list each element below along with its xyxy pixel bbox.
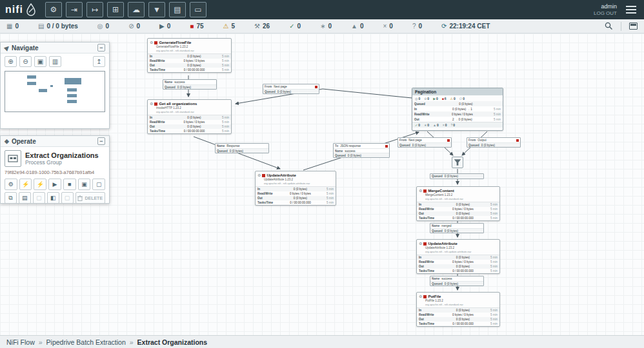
stat-value: 0 bbox=[418, 23, 422, 30]
collapse-navigate-button[interactable]: − bbox=[97, 44, 105, 52]
flow-canvas[interactable]: ⚙GenerateFlowFile GenerateFlowFile 1.23.… bbox=[0, 34, 644, 335]
paste-button[interactable]: ▤ bbox=[19, 192, 31, 204]
connection-label-from-next-page-2[interactable]: FromNext page Queued0 (0 bytes) bbox=[397, 137, 452, 148]
collapse-operate-button[interactable]: − bbox=[97, 137, 105, 145]
connection-key: Name bbox=[217, 144, 225, 148]
input-port-component-icon[interactable]: ⇥ bbox=[66, 2, 83, 17]
enable-button[interactable]: ⚡ bbox=[19, 179, 32, 190]
connection-label-to-json-response[interactable]: ToJSON response Namesuccess Queued0 (0 b… bbox=[333, 143, 390, 158]
brand-text: nifi bbox=[5, 4, 23, 15]
connection-value: 0 (0 bytes) bbox=[412, 144, 426, 147]
locally-modified-icon: ∗ bbox=[320, 23, 325, 30]
configure-button[interactable]: ⚙ bbox=[5, 179, 17, 190]
stat-label: Read/Write bbox=[150, 121, 166, 124]
breadcrumb-pipedrive-batch-extraction[interactable]: Pipedrive Batch Extraction bbox=[46, 338, 126, 346]
funnel[interactable] bbox=[452, 157, 463, 168]
connection-key: From bbox=[265, 85, 272, 88]
remote-transmitting-icon: ◎ bbox=[97, 23, 103, 30]
refresh-control[interactable]: ⟳22:19:24 CET bbox=[441, 23, 490, 30]
stat-label: In bbox=[419, 203, 436, 206]
zoom-actual-size-button[interactable]: ▥ bbox=[49, 56, 61, 67]
breadcrumb-extract-organizations[interactable]: Extract Organizations bbox=[137, 338, 208, 346]
logout-link[interactable]: LOG OUT bbox=[594, 10, 617, 17]
stat-label: In bbox=[419, 309, 436, 312]
process-group-glyph bbox=[8, 153, 18, 164]
process-group-counts: ◎0 ⊘0 ▶0 ■6 ⚠0 ∅0 bbox=[412, 95, 503, 101]
template-component-icon[interactable]: ▤ bbox=[169, 2, 186, 17]
connection-label-from-output[interactable]: FromOutput Queued0 (0 bytes) bbox=[467, 137, 521, 148]
group-button[interactable]: ▣ bbox=[78, 179, 91, 190]
delete-button[interactable]: DELETE bbox=[75, 192, 105, 204]
zoom-out-button[interactable]: ⊖ bbox=[19, 56, 32, 67]
delete-button-label: DELETE bbox=[85, 196, 103, 200]
stop-button[interactable]: ■ bbox=[63, 179, 76, 190]
processor-type-icon: ⚙ bbox=[419, 242, 422, 246]
change-version-button[interactable]: ▢ bbox=[61, 192, 74, 204]
processor-updateattribute-1[interactable]: ⚙UpdateAttribute UpdateAttribute 1.23.2 … bbox=[255, 171, 336, 206]
stat-value: 0 bytes / 0 bytes bbox=[166, 121, 222, 124]
processor-stats: In0 (0 bytes)5 min Read/Write0 bytes / 0… bbox=[148, 53, 231, 72]
disabled-icon: ⚒ bbox=[254, 23, 260, 30]
start-button[interactable]: ▶ bbox=[48, 179, 61, 190]
birdseye-collapse-button[interactable]: ↥ bbox=[93, 56, 105, 67]
connection-label-response[interactable]: NameResponse Queued0 (0 bytes) bbox=[215, 143, 269, 153]
stat-label: Tasks/Time bbox=[150, 68, 166, 72]
processor-component-icon[interactable]: ⚙ bbox=[45, 2, 62, 17]
output-port-component-icon[interactable]: ↦ bbox=[86, 2, 103, 17]
connection-key: Queued bbox=[432, 282, 443, 285]
copy-button[interactable]: ⧉ bbox=[5, 192, 17, 204]
count-value: 0 bbox=[418, 123, 420, 127]
count-value: 0 bbox=[454, 97, 456, 101]
stat-label: Read/Write bbox=[419, 260, 436, 264]
process-group-icon bbox=[5, 150, 21, 167]
last-refresh-time: 22:19:24 CET bbox=[449, 23, 490, 30]
operate-panel-title: Operate bbox=[12, 138, 36, 145]
zoom-in-button[interactable]: ⊕ bbox=[5, 56, 17, 67]
connection-value: 0 (0 bytes) bbox=[445, 282, 458, 285]
stopped-icon bbox=[423, 189, 427, 193]
stat-value: 0 bytes / 0 bytes bbox=[431, 113, 494, 116]
stat-window: 5 min bbox=[490, 265, 498, 268]
running-icon: ▶ bbox=[159, 23, 165, 30]
transmitting-count: ◎0 bbox=[415, 97, 420, 101]
stat-window: 5 min bbox=[222, 130, 229, 133]
connection-label-queued[interactable]: Queued0 (0 bytes) bbox=[430, 173, 484, 179]
stat-window: 5 min bbox=[490, 256, 498, 259]
processor-mergecontent[interactable]: ⚙MergeContent MergeContent 1.23.2 org.ap… bbox=[416, 186, 500, 221]
processor-get-all-organizations[interactable]: ⚙Get all organizations InvokeHTTP 1.23.2… bbox=[147, 99, 232, 134]
sync-failure-count: ?0 bbox=[450, 123, 455, 127]
remote-process-group-component-icon[interactable]: ☁ bbox=[128, 2, 145, 17]
label-component-icon[interactable]: ▭ bbox=[190, 2, 206, 17]
processor-putfile[interactable]: ⚙PutFile PutFile 1.23.2 org.apache.nifi … bbox=[416, 292, 500, 327]
connection-label-merged[interactable]: Namemerged Queued0 (0 bytes) bbox=[430, 223, 484, 233]
move-to-front-button[interactable]: ▢ bbox=[33, 192, 45, 204]
birdseye-map[interactable] bbox=[5, 71, 105, 112]
funnel-component-icon[interactable]: ▼ bbox=[148, 2, 165, 17]
breadcrumb-nifi-flow[interactable]: NiFi Flow bbox=[6, 338, 35, 346]
stat-value: 0 (0 bytes) bbox=[274, 188, 327, 191]
global-menu-icon[interactable] bbox=[623, 3, 639, 16]
refresh-icon[interactable]: ⟳ bbox=[441, 23, 447, 30]
stopped-icon bbox=[154, 41, 157, 44]
navigate-toolbar: ⊕ ⊖ ▣ ▥ ↥ bbox=[1, 53, 109, 70]
process-group-pagination[interactable]: Pagination ◎0 ⊘0 ▶0 ■6 ⚠0 ∅0 Queued0 (0 … bbox=[412, 88, 503, 131]
disabled-icon: ∅ bbox=[459, 97, 462, 101]
search-icon[interactable] bbox=[605, 22, 613, 30]
count-value: 0 bbox=[463, 97, 465, 101]
fill-color-button[interactable]: ◧ bbox=[47, 192, 59, 204]
processor-updateattribute-2[interactable]: ⚙UpdateAttribute UpdateAttribute 1.23.2 … bbox=[416, 239, 500, 274]
processor-name: MergeContent bbox=[428, 189, 454, 193]
zoom-fit-button[interactable]: ▣ bbox=[34, 56, 46, 67]
connection-label-success-1[interactable]: Namesuccess Queued0 (0 bytes) bbox=[163, 79, 217, 90]
process-group-component-icon[interactable]: ⊞ bbox=[107, 2, 124, 17]
panel-toggle-icon[interactable] bbox=[629, 23, 638, 30]
processor-generateflowfile[interactable]: ⚙GenerateFlowFile GenerateFlowFile 1.23.… bbox=[147, 38, 232, 73]
disable-button[interactable]: ⚡ bbox=[34, 179, 46, 190]
connection-label-success-2[interactable]: Namesuccess Queued0 (0 bytes) bbox=[430, 276, 484, 286]
ungroup-button[interactable]: ▢ bbox=[92, 179, 105, 190]
stat-value: 75 bbox=[196, 23, 203, 30]
locally-modified-stale-icon: × bbox=[443, 123, 445, 127]
running-icon: ▶ bbox=[433, 97, 436, 101]
navigate-icon: ▶ bbox=[3, 44, 10, 52]
connection-label-from-next-page-1[interactable]: FromNext page Queued0 (0 bytes) bbox=[263, 84, 319, 94]
